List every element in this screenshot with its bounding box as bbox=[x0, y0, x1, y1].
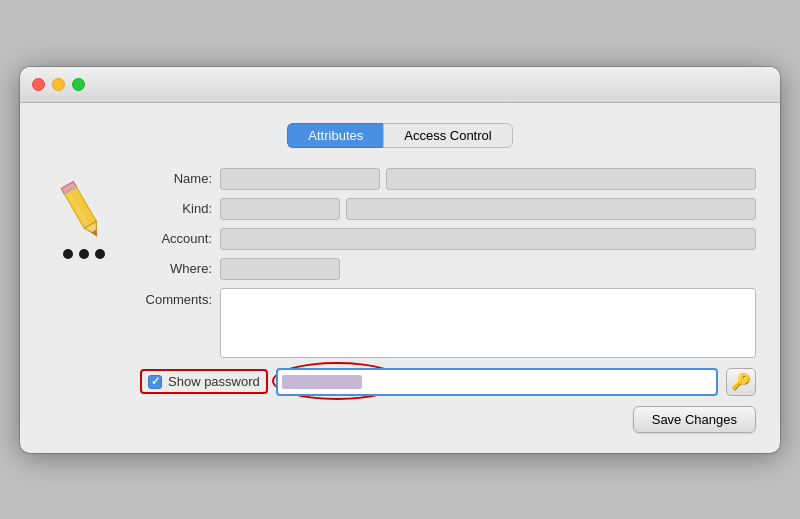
dot-1 bbox=[63, 249, 73, 259]
maximize-button[interactable] bbox=[72, 78, 85, 91]
name-field-1 bbox=[220, 168, 380, 190]
show-password-checkbox[interactable] bbox=[148, 375, 162, 389]
where-row: Where: bbox=[140, 258, 756, 280]
account-row: Account: bbox=[140, 228, 756, 250]
form-area: Name: Kind: Account: bbox=[140, 168, 756, 433]
name-row: Name: bbox=[140, 168, 756, 190]
comments-row: Comments: bbox=[140, 288, 756, 358]
minimize-button[interactable] bbox=[52, 78, 65, 91]
tab-access-control[interactable]: Access Control bbox=[383, 123, 512, 148]
account-label: Account: bbox=[140, 231, 220, 246]
comments-label: Comments: bbox=[140, 288, 220, 307]
where-label: Where: bbox=[140, 261, 220, 276]
tab-bar: Attributes Access Control bbox=[44, 123, 756, 148]
kind-label: Kind: bbox=[140, 201, 220, 216]
kind-fields bbox=[220, 198, 756, 220]
key-icon: 🔑 bbox=[731, 372, 751, 391]
tab-attributes[interactable]: Attributes bbox=[287, 123, 383, 148]
icon-area bbox=[44, 168, 124, 433]
kind-field-2 bbox=[346, 198, 756, 220]
save-row: Save Changes bbox=[140, 406, 756, 433]
comments-textarea[interactable] bbox=[220, 288, 756, 358]
pencil-icon bbox=[57, 178, 112, 243]
show-password-label: Show password bbox=[168, 374, 260, 389]
title-bar bbox=[20, 67, 780, 103]
where-fields bbox=[220, 258, 756, 280]
password-input[interactable] bbox=[276, 368, 718, 396]
content-area: Attributes Access Control bbox=[20, 103, 780, 453]
close-button[interactable] bbox=[32, 78, 45, 91]
password-row: Show password 🔑 bbox=[140, 368, 756, 396]
traffic-lights bbox=[32, 78, 85, 91]
show-password-area: Show password bbox=[140, 369, 268, 394]
name-fields bbox=[220, 168, 756, 190]
save-changes-button[interactable]: Save Changes bbox=[633, 406, 756, 433]
dot-2 bbox=[79, 249, 89, 259]
name-label: Name: bbox=[140, 171, 220, 186]
kind-row: Kind: bbox=[140, 198, 756, 220]
dot-3 bbox=[95, 249, 105, 259]
where-field bbox=[220, 258, 340, 280]
account-fields bbox=[220, 228, 756, 250]
main-area: Name: Kind: Account: bbox=[44, 168, 756, 433]
name-field-2 bbox=[386, 168, 756, 190]
keychain-window: Attributes Access Control bbox=[20, 67, 780, 453]
password-field-wrapper bbox=[276, 368, 718, 396]
dots-row bbox=[63, 249, 105, 259]
key-button[interactable]: 🔑 bbox=[726, 368, 756, 396]
account-field bbox=[220, 228, 756, 250]
kind-field-1 bbox=[220, 198, 340, 220]
